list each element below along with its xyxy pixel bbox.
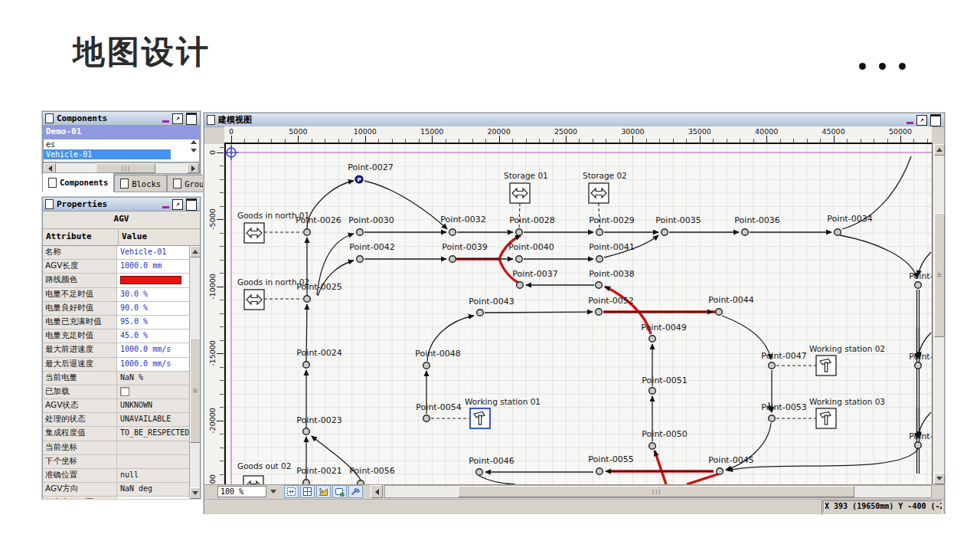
scroll-thumb[interactable]: ☰ xyxy=(934,213,945,337)
canvas-hscrollbar[interactable]: ||| xyxy=(384,485,932,498)
map-node-point-0026[interactable] xyxy=(304,229,311,236)
map-node-point-0032[interactable] xyxy=(449,229,456,236)
float-window-icon[interactable]: ↗ xyxy=(172,199,183,210)
attribute-value[interactable]: 1000.0 mm/s xyxy=(117,343,200,356)
canvas-vscrollbar[interactable]: ☰ xyxy=(933,144,944,484)
map-node-point-0049[interactable] xyxy=(649,336,656,343)
station-working-station-01[interactable] xyxy=(470,408,490,428)
split-view-button[interactable] xyxy=(300,485,315,498)
attribute-value[interactable]: Vehicle-01 xyxy=(117,246,200,259)
menu-dots-button[interactable] xyxy=(859,63,906,70)
station-goods-out-02[interactable] xyxy=(243,476,263,484)
scroll-down-icon[interactable] xyxy=(191,149,197,152)
map-node-point-0035[interactable] xyxy=(662,229,668,236)
map-node-point-0048[interactable] xyxy=(423,362,430,369)
scroll-up-button[interactable] xyxy=(190,246,200,257)
minimize-icon[interactable] xyxy=(906,122,913,124)
attribute-value[interactable]: 1000.0 mm xyxy=(117,260,200,273)
scroll-up-button[interactable] xyxy=(934,144,945,156)
attribute-value[interactable] xyxy=(117,385,200,398)
map-node-point-0043[interactable] xyxy=(477,310,484,316)
station-storage-02[interactable] xyxy=(589,183,609,203)
map-edge[interactable] xyxy=(485,312,593,313)
components-list[interactable]: esVehicle-01 xyxy=(43,139,200,162)
maximize-icon[interactable] xyxy=(186,198,197,211)
scroll-thumb[interactable]: ☰ xyxy=(190,338,200,443)
route-color-swatch[interactable] xyxy=(120,276,181,284)
attribute-value[interactable]: TO_BE_RESPECTED xyxy=(117,427,200,440)
map-node-point-0046[interactable] xyxy=(476,469,483,476)
station-working-station-03[interactable] xyxy=(816,408,836,428)
zoom-dropdown-button[interactable] xyxy=(268,486,278,497)
attribute-value[interactable]: loopback:unloa... xyxy=(117,497,200,499)
map-node-point-[interactable] xyxy=(915,362,922,369)
map-node-point-0029[interactable] xyxy=(596,229,603,236)
map-node-point-[interactable] xyxy=(915,282,922,289)
attribute-value[interactable]: 45.0 % xyxy=(117,330,200,343)
station-storage-01[interactable] xyxy=(510,183,530,203)
attribute-value[interactable]: 30.0 % xyxy=(117,288,200,301)
map-node-point-0055[interactable] xyxy=(596,468,603,475)
scroll-thumb[interactable]: ||| xyxy=(458,486,854,497)
map-node-point-0047[interactable] xyxy=(769,362,776,369)
map-node-point-0044[interactable] xyxy=(716,309,723,316)
tools-button[interactable] xyxy=(348,485,363,498)
scroll-left-button[interactable] xyxy=(371,485,383,498)
attribute-value[interactable]: UNAVAILABLE xyxy=(117,413,200,426)
map-node-point-0025[interactable] xyxy=(304,296,311,303)
attribute-value[interactable]: null xyxy=(117,469,200,482)
list-item-vehicle-01[interactable]: Vehicle-01 xyxy=(44,149,171,159)
scroll-up-icon[interactable] xyxy=(191,140,197,144)
loaded-checkbox[interactable] xyxy=(120,387,129,396)
map-node-point-0037[interactable] xyxy=(517,282,524,289)
attribute-value[interactable]: UNKNOWN xyxy=(117,399,200,412)
map-edge[interactable] xyxy=(840,235,917,278)
properties-vscrollbar[interactable]: ☰ xyxy=(189,246,200,499)
station-working-station-02[interactable] xyxy=(816,356,836,375)
list-item-es[interactable]: es xyxy=(44,139,199,149)
map-node-point-0045[interactable] xyxy=(717,468,724,475)
map-node-point-0030[interactable] xyxy=(357,229,364,236)
attribute-value[interactable] xyxy=(117,274,200,287)
map-node-point-0051[interactable] xyxy=(649,388,656,395)
map-node-point-0039[interactable] xyxy=(449,256,456,263)
float-window-icon[interactable]: ↗ xyxy=(172,113,183,124)
select-area-button[interactable] xyxy=(332,485,347,498)
map-node-point-0050[interactable] xyxy=(649,443,656,450)
map-node-point-0041[interactable] xyxy=(596,256,603,263)
attribute-value[interactable] xyxy=(117,441,200,454)
attribute-value[interactable]: NaN % xyxy=(117,372,200,385)
map-canvas[interactable]: PGoods in north 01Goods in north 02Goods… xyxy=(226,144,932,484)
attribute-value[interactable]: 1000.0 mm/s xyxy=(117,358,200,371)
scroll-right-button[interactable] xyxy=(187,163,199,173)
fit-view-button[interactable] xyxy=(284,485,299,498)
maximize-icon[interactable] xyxy=(186,113,197,125)
attribute-value[interactable] xyxy=(117,455,200,468)
station-goods-in-north-01[interactable] xyxy=(244,223,264,243)
map-node-point-0042[interactable] xyxy=(357,256,364,263)
map-edge[interactable] xyxy=(479,476,515,484)
map-node-point-0053[interactable] xyxy=(769,415,776,422)
minimize-icon[interactable] xyxy=(162,120,169,123)
map-node-point-0040[interactable] xyxy=(516,256,523,263)
map-node-point-0054[interactable] xyxy=(423,415,430,422)
map-node-point-0052[interactable] xyxy=(596,309,603,316)
components-root-item[interactable]: Demo-01 xyxy=(43,126,200,139)
tab-blocks[interactable]: Blocks xyxy=(114,175,167,192)
map-graph[interactable]: PGoods in north 01Goods in north 02Goods… xyxy=(226,144,932,484)
measure-button[interactable] xyxy=(316,485,331,498)
map-node-point-0027[interactable]: P xyxy=(355,175,363,183)
components-titlebar[interactable]: Components ↗ xyxy=(43,112,200,126)
minimize-icon[interactable] xyxy=(162,206,169,208)
attribute-value[interactable]: 90.0 % xyxy=(117,302,200,315)
map-node-point-0038[interactable] xyxy=(596,282,603,289)
attribute-value[interactable]: 95.0 % xyxy=(117,316,200,329)
properties-titlebar[interactable]: Properties ↗ xyxy=(43,198,200,211)
route-edge[interactable] xyxy=(655,451,666,484)
modeling-view-titlebar[interactable]: 建模视图 ↗ xyxy=(204,113,944,127)
route-edge[interactable] xyxy=(687,474,720,484)
map-node-point-0036[interactable] xyxy=(742,229,749,236)
zoom-level-field[interactable]: 100 % xyxy=(217,486,266,497)
maximize-icon[interactable] xyxy=(930,114,941,126)
scroll-down-button[interactable] xyxy=(934,473,945,484)
